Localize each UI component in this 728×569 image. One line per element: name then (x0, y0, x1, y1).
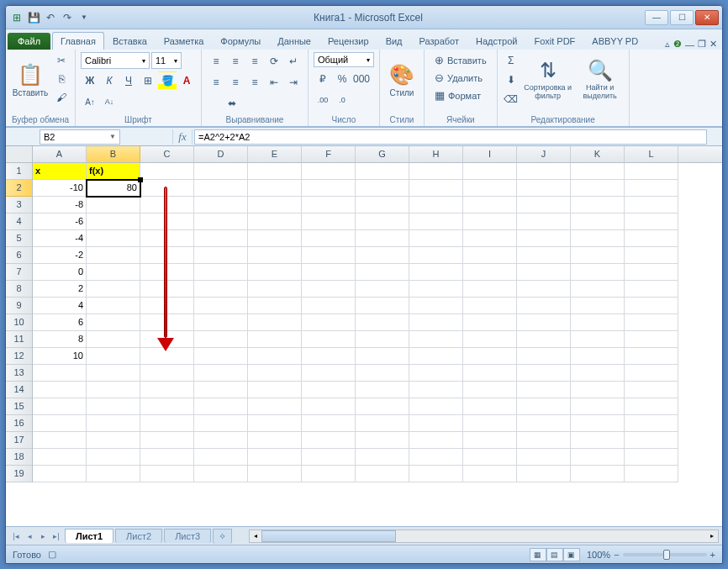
cell-J5[interactable] (517, 230, 571, 247)
cell-B1[interactable]: f(x) (87, 163, 140, 180)
sheet-tab-3[interactable]: Лист3 (164, 529, 211, 543)
number-format-combo[interactable]: Общий▾ (314, 52, 374, 67)
cell-I5[interactable] (463, 230, 517, 247)
sheet-nav-next-icon[interactable]: ▸ (36, 529, 50, 543)
cell-D15[interactable] (194, 398, 248, 415)
cell-A11[interactable]: 8 (33, 331, 87, 348)
row-header[interactable]: 10 (6, 314, 32, 331)
formula-input[interactable]: =A2^2+2*A2 (194, 129, 707, 145)
cell-F1[interactable] (302, 163, 356, 180)
cell-J14[interactable] (517, 382, 571, 398)
cell-D6[interactable] (194, 247, 248, 264)
col-header[interactable]: H (409, 146, 463, 162)
grow-font-icon[interactable]: A↑ (81, 92, 99, 111)
fx-icon[interactable]: fx (172, 129, 193, 145)
cell-L14[interactable] (625, 382, 678, 398)
align-middle-icon[interactable]: ≡ (226, 52, 245, 71)
cell-A10[interactable]: 6 (33, 314, 87, 331)
cell-E5[interactable] (248, 230, 302, 247)
qat-dropdown-icon[interactable]: ▼ (76, 10, 92, 25)
cell-L10[interactable] (625, 314, 678, 331)
cell-E10[interactable] (248, 314, 302, 331)
col-header[interactable]: I (463, 146, 517, 162)
cell-J17[interactable] (517, 432, 571, 449)
cell-H17[interactable] (409, 432, 463, 449)
cell-E16[interactable] (248, 415, 302, 432)
cell-J4[interactable] (517, 213, 571, 230)
cell-C19[interactable] (140, 466, 194, 482)
fill-color-button[interactable]: 🪣 (158, 71, 177, 90)
cell-G2[interactable] (356, 180, 409, 197)
row-header[interactable]: 11 (6, 331, 32, 348)
view-layout-icon[interactable]: ▤ (546, 548, 563, 561)
tab-foxit[interactable]: Foxit PDF (525, 32, 583, 50)
cell-L2[interactable] (625, 180, 678, 197)
cell-G9[interactable] (356, 298, 409, 314)
currency-icon[interactable]: ₽ (314, 70, 332, 88)
cell-L3[interactable] (625, 197, 678, 213)
row-header[interactable]: 4 (6, 213, 32, 230)
row-header[interactable]: 2 (6, 180, 32, 197)
cell-L6[interactable] (625, 247, 678, 264)
name-box[interactable]: B2▼ (40, 129, 120, 145)
cell-B12[interactable] (87, 348, 140, 365)
cell-G18[interactable] (356, 449, 409, 466)
zoom-level[interactable]: 100% (587, 550, 610, 560)
inc-decimal-icon[interactable]: .00 (314, 91, 332, 109)
cell-L8[interactable] (625, 281, 678, 298)
cell-J9[interactable] (517, 298, 571, 314)
sheet-tab-2[interactable]: Лист2 (115, 529, 162, 543)
cell-A7[interactable]: 0 (33, 264, 87, 281)
tab-insert[interactable]: Вставка (104, 32, 156, 50)
cell-A13[interactable] (33, 365, 87, 382)
cell-F6[interactable] (302, 247, 356, 264)
cell-I2[interactable] (463, 180, 517, 197)
cell-E18[interactable] (248, 449, 302, 466)
cell-B5[interactable] (87, 230, 140, 247)
cell-H10[interactable] (409, 314, 463, 331)
cell-H12[interactable] (409, 348, 463, 365)
cell-G13[interactable] (356, 365, 409, 382)
cell-G16[interactable] (356, 415, 409, 432)
cell-E6[interactable] (248, 247, 302, 264)
cell-G5[interactable] (356, 230, 409, 247)
cell-B2[interactable]: 80 (87, 180, 140, 197)
cell-H18[interactable] (409, 449, 463, 466)
cell-E4[interactable] (248, 213, 302, 230)
redo-icon[interactable]: ↷ (60, 10, 75, 25)
cell-G6[interactable] (356, 247, 409, 264)
cell-L9[interactable] (625, 298, 678, 314)
cell-J7[interactable] (517, 264, 571, 281)
percent-icon[interactable]: % (333, 70, 351, 88)
macro-record-icon[interactable]: ▢ (48, 549, 56, 560)
col-header[interactable]: J (517, 146, 571, 162)
tab-layout[interactable]: Разметка (156, 32, 213, 50)
row-header[interactable]: 9 (6, 298, 32, 314)
cell-I7[interactable] (463, 264, 517, 281)
cell-B3[interactable] (87, 197, 140, 213)
cell-G3[interactable] (356, 197, 409, 213)
col-header[interactable]: G (356, 146, 409, 162)
cell-B13[interactable] (87, 365, 140, 382)
fill-handle[interactable] (138, 177, 143, 182)
find-select-button[interactable]: 🔍 Найти и выделить (577, 52, 624, 108)
cell-E11[interactable] (248, 331, 302, 348)
cell-F10[interactable] (302, 314, 356, 331)
cell-I9[interactable] (463, 298, 517, 314)
cell-F14[interactable] (302, 382, 356, 398)
cell-F11[interactable] (302, 331, 356, 348)
cell-I6[interactable] (463, 247, 517, 264)
cell-H15[interactable] (409, 398, 463, 415)
font-name-combo[interactable]: Calibri▾ (81, 52, 150, 69)
row-header[interactable]: 19 (6, 466, 32, 482)
cell-E15[interactable] (248, 398, 302, 415)
cell-D10[interactable] (194, 314, 248, 331)
col-header[interactable]: F (302, 146, 356, 162)
cell-A8[interactable]: 2 (33, 281, 87, 298)
cell-J13[interactable] (517, 365, 571, 382)
cell-D16[interactable] (194, 415, 248, 432)
cell-E7[interactable] (248, 264, 302, 281)
cell-F16[interactable] (302, 415, 356, 432)
bold-button[interactable]: Ж (81, 71, 99, 90)
cell-G17[interactable] (356, 432, 409, 449)
